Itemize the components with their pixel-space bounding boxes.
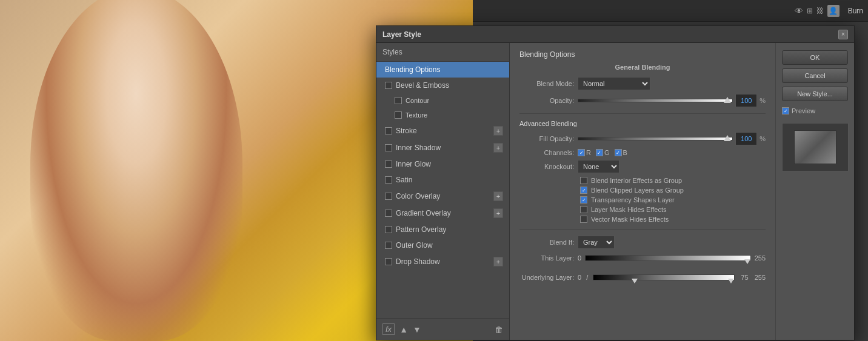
channel-g-checkbox[interactable]: ✓ xyxy=(596,149,603,156)
blend-interior-checkbox[interactable] xyxy=(580,177,587,184)
bevel-emboss-checkbox[interactable] xyxy=(385,82,392,89)
gradient-overlay-add-button[interactable]: + xyxy=(493,208,503,218)
move-up-icon[interactable]: ▲ xyxy=(399,325,408,334)
move-down-icon[interactable]: ▼ xyxy=(413,325,421,334)
channel-b-checkbox[interactable]: ✓ xyxy=(615,149,622,156)
underlying-layer-row: Underlying Layer: 0 / 75 255 xyxy=(519,273,766,282)
blending-options-title: Blending Options xyxy=(519,50,766,59)
knockout-select[interactable]: None Shallow Deep xyxy=(578,160,619,173)
blend-if-label: Blend If: xyxy=(519,239,574,246)
fill-opacity-slider-handle[interactable] xyxy=(724,135,731,141)
inner-shadow-checkbox[interactable] xyxy=(385,144,392,151)
cancel-button[interactable]: Cancel xyxy=(782,68,848,83)
user-icon[interactable]: 👤 xyxy=(827,5,840,17)
blend-clipped-label: Blend Clipped Layers as Group xyxy=(591,187,684,194)
drop-shadow-label: Drop Shadow xyxy=(396,257,440,266)
fill-opacity-slider-track[interactable] xyxy=(578,137,733,141)
vector-mask-checkbox[interactable] xyxy=(580,216,587,223)
sidebar-item-inner-glow[interactable]: Inner Glow xyxy=(376,156,509,172)
transparency-shapes-label: Transparency Shapes Layer xyxy=(591,196,675,204)
fx-icon[interactable]: fx xyxy=(382,323,395,335)
sidebar-item-gradient-overlay[interactable]: Gradient Overlay + xyxy=(376,205,509,222)
dialog-body: Styles Blending Options Bevel & Emboss C… xyxy=(376,43,854,340)
channel-r-item: ✓ R xyxy=(578,149,591,156)
satin-checkbox[interactable] xyxy=(385,176,392,184)
outer-glow-label: Outer Glow xyxy=(396,241,433,250)
blend-mode-row: Blend Mode: Normal xyxy=(519,77,766,90)
underlying-layer-mid: 75 xyxy=(741,274,748,281)
transparency-shapes-checkbox[interactable]: ✓ xyxy=(580,196,587,204)
this-layer-right-handle[interactable] xyxy=(744,259,750,264)
opacity-slider-track[interactable] xyxy=(578,99,733,102)
vector-mask-row: Vector Mask Hides Effects xyxy=(519,216,766,223)
right-buttons-panel: OK Cancel New Style... ✓ Preview xyxy=(775,43,854,340)
this-layer-gradient-track xyxy=(585,255,751,261)
sidebar-item-outer-glow[interactable]: Outer Glow xyxy=(376,237,509,253)
blend-mode-select[interactable]: Normal xyxy=(578,77,650,90)
new-style-button[interactable]: New Style... xyxy=(782,87,848,101)
layer-mask-checkbox[interactable] xyxy=(580,206,587,213)
preview-checkbox[interactable]: ✓ xyxy=(782,107,789,114)
gradient-overlay-checkbox[interactable] xyxy=(385,210,392,217)
vector-mask-label: Vector Mask Hides Effects xyxy=(591,216,669,223)
grid-icon[interactable]: ⊞ xyxy=(807,7,813,15)
texture-checkbox[interactable] xyxy=(395,111,402,119)
sidebar-item-satin[interactable]: Satin xyxy=(376,172,509,188)
color-overlay-checkbox[interactable] xyxy=(385,193,392,200)
pattern-overlay-checkbox[interactable] xyxy=(385,226,392,233)
knockout-row: Knockout: None Shallow Deep xyxy=(519,160,766,173)
blend-clipped-row: ✓ Blend Clipped Layers as Group xyxy=(519,187,766,194)
sidebar-item-texture[interactable]: Texture xyxy=(376,108,509,122)
sidebar-item-drop-shadow[interactable]: Drop Shadow + xyxy=(376,253,509,270)
underlying-layer-right-handle[interactable] xyxy=(728,279,734,283)
drop-shadow-checkbox[interactable] xyxy=(385,258,392,265)
sidebar-item-color-overlay[interactable]: Color Overlay + xyxy=(376,188,509,205)
underlying-layer-label: Underlying Layer: xyxy=(519,274,574,281)
blend-if-row: Blend If: Gray Red Green Blue xyxy=(519,236,766,249)
opacity-input[interactable]: 100 xyxy=(735,94,757,107)
channel-r-checkbox[interactable]: ✓ xyxy=(578,149,585,156)
channel-b-item: ✓ B xyxy=(615,149,627,156)
channels-row: Channels: ✓ R ✓ G ✓ B xyxy=(519,149,766,156)
channel-b-label: B xyxy=(623,149,627,156)
opacity-slider-container: 100 % xyxy=(578,94,766,107)
fill-opacity-input[interactable]: 100 xyxy=(735,132,757,145)
inner-shadow-add-button[interactable]: + xyxy=(493,143,503,153)
sidebar-item-blending-options[interactable]: Blending Options xyxy=(376,62,509,78)
opacity-slider-handle[interactable] xyxy=(724,97,731,103)
underlying-layer-mid-handle[interactable] xyxy=(632,279,638,283)
fill-opacity-unit: % xyxy=(760,135,766,142)
satin-label: Satin xyxy=(396,176,412,184)
blend-if-select[interactable]: Gray Red Green Blue xyxy=(578,236,615,249)
contour-checkbox[interactable] xyxy=(395,97,402,104)
transparency-shapes-row: ✓ Transparency Shapes Layer xyxy=(519,196,766,204)
sidebar-item-contour[interactable]: Contour xyxy=(376,93,509,108)
fill-opacity-slider-container: 100 % xyxy=(578,132,766,145)
sidebar-item-bevel-emboss[interactable]: Bevel & Emboss xyxy=(376,78,509,93)
inner-glow-checkbox[interactable] xyxy=(385,161,392,168)
color-overlay-add-button[interactable]: + xyxy=(493,191,503,201)
layer-style-dialog: Layer Style × Styles Blending Options Be… xyxy=(376,25,855,340)
ok-button[interactable]: OK xyxy=(782,50,848,65)
underlying-layer-max: 255 xyxy=(755,274,766,281)
contour-label: Contour xyxy=(406,97,429,104)
texture-label: Texture xyxy=(406,111,427,119)
delete-icon[interactable]: 🗑 xyxy=(495,325,503,334)
stroke-checkbox[interactable] xyxy=(385,127,392,134)
outer-glow-checkbox[interactable] xyxy=(385,242,392,249)
eye-icon[interactable]: 👁 xyxy=(795,6,803,16)
this-layer-max: 255 xyxy=(755,254,766,262)
chain-icon[interactable]: ⛓ xyxy=(816,7,824,15)
blend-clipped-checkbox[interactable]: ✓ xyxy=(580,187,587,194)
sidebar-item-inner-shadow[interactable]: Inner Shadow + xyxy=(376,139,509,156)
underlying-layer-slash: / xyxy=(586,274,588,281)
stroke-add-button[interactable]: + xyxy=(493,126,503,136)
sidebar-item-pattern-overlay[interactable]: Pattern Overlay xyxy=(376,222,509,237)
knockout-label: Knockout: xyxy=(519,163,574,170)
drop-shadow-add-button[interactable]: + xyxy=(493,257,503,267)
close-button[interactable]: × xyxy=(838,30,848,39)
preview-row: ✓ Preview xyxy=(782,107,848,114)
blending-options-label: Blending Options xyxy=(385,65,440,74)
styles-header: Styles xyxy=(376,43,509,62)
sidebar-item-stroke[interactable]: Stroke + xyxy=(376,122,509,139)
